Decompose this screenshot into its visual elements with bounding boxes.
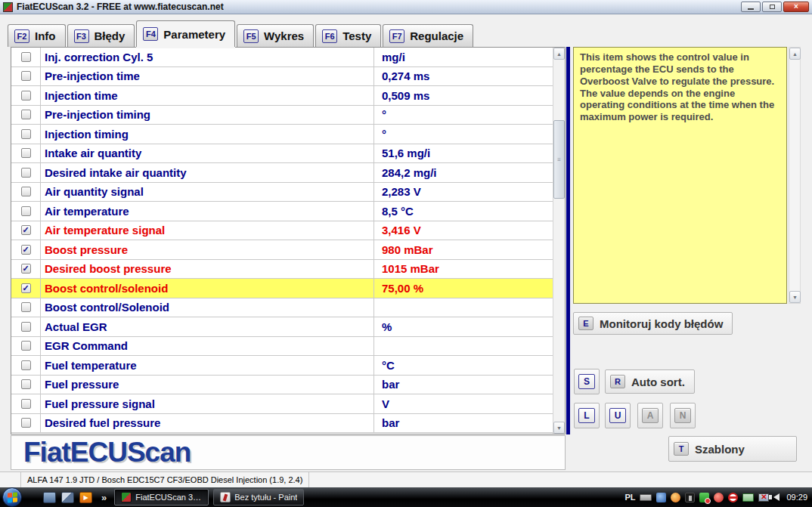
- row-checkbox[interactable]: ✓: [21, 245, 31, 255]
- table-row[interactable]: Desired intake air quantity 284,2 mg/i: [11, 163, 553, 183]
- checkbox-cell: [11, 125, 41, 144]
- sort-key-button[interactable]: A: [637, 403, 663, 428]
- table-row[interactable]: EGR Command: [11, 337, 553, 357]
- scroll-down-button[interactable]: ▼: [553, 422, 565, 434]
- row-checkbox[interactable]: ✓: [21, 264, 31, 274]
- row-checkbox[interactable]: [21, 129, 31, 139]
- media-player-icon[interactable]: ▶: [79, 492, 92, 503]
- toolbar-chevron-icon[interactable]: »: [101, 492, 107, 503]
- row-checkbox[interactable]: [21, 52, 31, 62]
- scroll-up-icon: ▲: [792, 51, 798, 57]
- row-checkbox[interactable]: [21, 148, 31, 158]
- row-checkbox[interactable]: [21, 187, 31, 196]
- row-checkbox[interactable]: ✓: [21, 225, 31, 235]
- parameter-name: Fuel temperature: [41, 359, 373, 372]
- sort-s-button[interactable]: S: [574, 369, 600, 394]
- table-row[interactable]: Air quantity signal 2,283 V: [11, 183, 553, 202]
- table-row[interactable]: Intake air quantity 51,6 mg/i: [11, 144, 553, 164]
- checkbox-cell: ✓: [11, 260, 41, 279]
- tray-network-icon[interactable]: [699, 493, 709, 502]
- task-button[interactable]: FiatECUScan 3.2 - F...: [114, 489, 209, 505]
- restore-button[interactable]: [762, 2, 782, 12]
- checkbox-cell: ✓: [11, 279, 41, 298]
- row-checkbox[interactable]: [21, 399, 31, 409]
- row-checkbox[interactable]: [21, 91, 31, 100]
- parameter-value: 2,283 V: [373, 183, 553, 202]
- table-row[interactable]: Fuel pressure signal V: [11, 394, 553, 414]
- tray-alert-icon[interactable]: [728, 493, 738, 502]
- tab[interactable]: F2 Info: [8, 24, 66, 47]
- show-desktop-icon[interactable]: [43, 492, 56, 503]
- info-scroll-up-button[interactable]: ▲: [789, 48, 801, 60]
- row-checkbox[interactable]: [21, 360, 31, 370]
- parameter-value: bar: [373, 376, 553, 394]
- tray-antivirus-icon[interactable]: [714, 493, 724, 502]
- scrollbar-thumb[interactable]: ≡: [553, 120, 565, 199]
- info-scroll-down-button[interactable]: ▼: [789, 291, 801, 303]
- table-row[interactable]: Pre-injection time 0,274 ms: [11, 67, 553, 87]
- row-checkbox[interactable]: [21, 418, 31, 428]
- battery-icon[interactable]: [742, 493, 754, 502]
- language-indicator[interactable]: PL: [624, 493, 635, 502]
- row-checkbox[interactable]: [21, 71, 31, 81]
- quick-launch: ▶: [43, 492, 92, 503]
- s-key-icon: S: [578, 374, 595, 389]
- table-row[interactable]: Inj. correction Cyl. 5 mg/i: [11, 48, 553, 67]
- sort-key-button[interactable]: U: [605, 403, 631, 428]
- info-scrollbar[interactable]: ▲ ▼: [789, 47, 801, 304]
- keyboard-icon[interactable]: [640, 494, 652, 501]
- display-disconnected-icon[interactable]: ✕: [758, 493, 769, 502]
- row-checkbox[interactable]: [21, 302, 31, 312]
- tab[interactable]: F6 Testy: [315, 24, 381, 47]
- table-row[interactable]: ✓ Boost pressure 980 mBar: [11, 240, 553, 260]
- table-row[interactable]: Injection timing °: [11, 125, 553, 144]
- table-row[interactable]: ✓ Desired boost pressure 1015 mBar: [11, 260, 553, 280]
- volume-icon[interactable]: [773, 493, 779, 501]
- checkbox-cell: [11, 48, 41, 66]
- status-cell-empty: [0, 472, 21, 487]
- flip3d-icon[interactable]: [61, 492, 74, 503]
- tab[interactable]: F3 Błędy: [67, 24, 135, 47]
- scroll-down-icon: ▼: [792, 295, 798, 300]
- tab[interactable]: F4 Parametery: [136, 20, 235, 47]
- sort-key-button[interactable]: L: [574, 403, 600, 428]
- table-row[interactable]: Pre-injection timing °: [11, 106, 553, 125]
- parameter-value: [373, 298, 553, 317]
- start-button[interactable]: [2, 487, 22, 507]
- minimize-button[interactable]: [741, 2, 761, 12]
- scroll-up-button[interactable]: ▲: [553, 48, 565, 60]
- row-checkbox[interactable]: [21, 110, 31, 119]
- table-row[interactable]: ✓ Boost control/solenoid 75,00 %: [11, 279, 553, 298]
- table-row[interactable]: Fuel pressure bar: [11, 376, 553, 395]
- close-button[interactable]: ×: [783, 2, 809, 12]
- checkbox-cell: ✓: [11, 221, 41, 240]
- checkbox-cell: ✓: [11, 240, 41, 259]
- templates-button[interactable]: T Szablony: [668, 436, 797, 462]
- monitor-error-codes-button[interactable]: E Monitoruj kody błędów: [573, 312, 733, 335]
- table-row[interactable]: Actual EGR %: [11, 317, 553, 337]
- row-checkbox[interactable]: [21, 168, 31, 178]
- tab[interactable]: F5 Wykres: [237, 24, 314, 47]
- table-row[interactable]: Air temperature 8,5 °C: [11, 202, 553, 221]
- sort-key-button[interactable]: N: [670, 403, 696, 428]
- tray-daemon-icon[interactable]: [671, 493, 680, 502]
- info-box: This item shows the control value in per…: [573, 47, 787, 304]
- table-row[interactable]: ✓ Air temperature signal 3,416 V: [11, 221, 553, 241]
- e-key-icon: E: [578, 317, 594, 330]
- row-checkbox[interactable]: [21, 206, 31, 216]
- table-row[interactable]: Fuel temperature °C: [11, 356, 553, 376]
- table-row[interactable]: Injection time 0,509 ms: [11, 86, 553, 106]
- parameter-name: Pre-injection timing: [41, 108, 373, 121]
- table-scrollbar[interactable]: ▲ ≡ ▼: [553, 48, 565, 434]
- tab[interactable]: F7 Regulacje: [383, 24, 473, 47]
- row-checkbox[interactable]: [21, 379, 31, 389]
- row-checkbox[interactable]: [21, 322, 31, 332]
- task-button[interactable]: Bez tytułu - Paint: [213, 489, 304, 505]
- row-checkbox[interactable]: [21, 341, 31, 351]
- auto-sort-button[interactable]: R Auto sort.: [605, 369, 695, 394]
- table-row[interactable]: Boost control/Solenoid: [11, 298, 553, 318]
- row-checkbox[interactable]: ✓: [21, 283, 31, 293]
- tray-bluetooth-icon[interactable]: [656, 493, 666, 502]
- tray-wireless-icon[interactable]: [685, 493, 695, 502]
- table-row[interactable]: Desired fuel pressure bar: [11, 414, 553, 434]
